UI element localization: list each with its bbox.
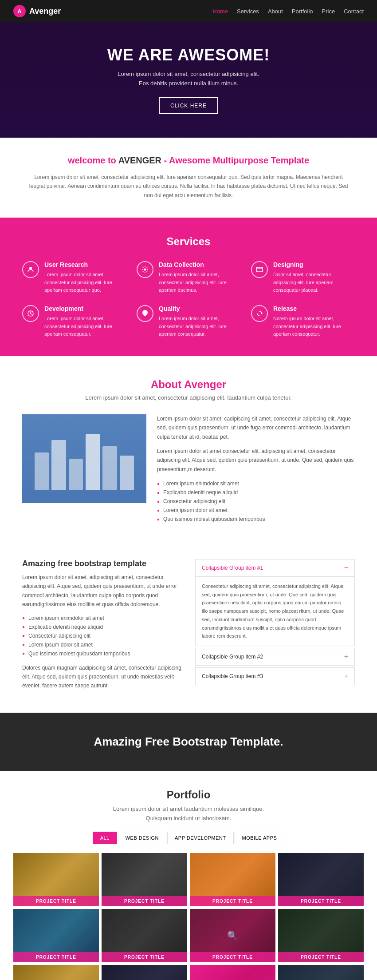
portfolio-label-4: PROJECT TITLE <box>278 896 364 906</box>
bootstrap-para2: Dolores quam magnam aadipiscing sit amet… <box>22 663 182 690</box>
portfolio-item-2[interactable]: PROJECT TITLE <box>102 853 187 906</box>
welcome-body: Lorem ipsum dolor sit amet, consectetur … <box>27 173 350 200</box>
hero-title: WE ARE AWESOME! <box>107 46 270 64</box>
portfolio-item-4[interactable]: PROJECT TITLE <box>278 853 364 906</box>
welcome-title: welcome to AVENGER - Awesome Multipurpos… <box>27 155 350 166</box>
nav-link-price[interactable]: Price <box>322 8 335 15</box>
filter-all[interactable]: ALL <box>93 832 117 844</box>
bootstrap-section: Amazing free bootstrap template Lorem ip… <box>0 555 377 713</box>
svg-point-0 <box>29 267 32 270</box>
filter-app-development[interactable]: APP DEVELOPMENT <box>167 832 234 844</box>
service-icon-2 <box>137 261 153 278</box>
service-icon-5 <box>137 305 153 322</box>
about-title: About Avenger <box>22 378 355 391</box>
chart-visual <box>35 428 134 490</box>
service-icon-3 <box>251 261 268 278</box>
portfolio-item-7[interactable]: 🔍 PROJECT TITLE <box>190 909 275 962</box>
services-section: Services User Research Lorem ipsum dolor… <box>0 218 377 356</box>
service-content-2: Data Collection Lorem ipsum dolor sit am… <box>159 261 240 294</box>
service-item-6: Release Norem ipsum dolor sit amet, cons… <box>251 305 355 338</box>
portfolio-title: Portfolio <box>13 789 364 801</box>
portfolio-label-3: PROJECT TITLE <box>190 896 275 906</box>
brand-logo: A <box>13 5 26 17</box>
service-item-2: Data Collection Lorem ipsum dolor sit am… <box>137 261 240 294</box>
portfolio-item-10[interactable]: PROJECT TITLE <box>102 965 187 980</box>
portfolio-item-9[interactable]: PROJECT TITLE <box>13 965 99 980</box>
about-content: Lorem ipsum dolor sit amet, cadipiscing … <box>22 414 355 524</box>
portfolio-label-2: PROJECT TITLE <box>102 896 187 906</box>
hero-content: WE ARE AWESOME! Lorem ipsum dolor sit am… <box>107 46 270 114</box>
portfolio-label-6: PROJECT TITLE <box>102 952 187 962</box>
accordion-header-3[interactable]: Collapsible Group item #3 + <box>196 668 354 685</box>
service-content-3: Designing Dolor sit amet, consectetur ad… <box>273 261 355 294</box>
accordion-header-2[interactable]: Collapsible Group item #2 + <box>196 648 354 665</box>
portfolio-grid: PROJECT TITLE PROJECT TITLE PROJECT TITL… <box>13 853 364 980</box>
accordion-item-2: Collapsible Group item #2 + <box>195 648 355 666</box>
brand: A Avenger <box>13 5 61 17</box>
about-list-item: Explicabo deleniti neque aliquid <box>157 488 355 497</box>
service-content-1: User Research Lorem ipsum dolor sit amet… <box>44 261 126 294</box>
about-list-item: Lorem ipsum enimdolor sit amet <box>157 479 355 488</box>
nav-link-about[interactable]: About <box>268 8 283 15</box>
accordion-header-1[interactable]: Collapsible Group item #1 − <box>196 559 354 576</box>
services-title: Services <box>22 235 355 248</box>
hero-cta-button[interactable]: CLICK HERE <box>159 97 218 114</box>
portfolio-item-11[interactable]: PROJECT TITLE <box>190 965 275 980</box>
dark-banner-text: Amazing Free Bootstrap Template. <box>22 735 355 749</box>
accordion-expand-icon-3: + <box>344 672 348 680</box>
service-icon-4 <box>22 305 39 322</box>
service-icon-1 <box>22 261 39 278</box>
services-grid: User Research Lorem ipsum dolor sit amet… <box>22 261 355 338</box>
about-section: About Avenger Lorem ipsum dolor sit amet… <box>0 356 377 555</box>
about-image <box>22 414 146 503</box>
bootstrap-list-item: Quo issimos molest quibusdam temporibus <box>22 649 182 658</box>
service-icon-6 <box>251 305 268 322</box>
service-content-4: Development Lorem ipsum dolor sit amet, … <box>44 305 126 338</box>
portfolio-item-1[interactable]: PROJECT TITLE <box>13 853 99 906</box>
portfolio-item-8[interactable]: PROJECT TITLE <box>278 909 364 962</box>
nav-link-contact[interactable]: Contact <box>344 8 364 15</box>
portfolio-label-1: PROJECT TITLE <box>13 896 99 906</box>
service-item-5: Quality Lorem ipsum dolor sit amet, cons… <box>137 305 240 338</box>
about-list: Lorem ipsum enimdolor sit amet Explicabo… <box>157 479 355 524</box>
filter-web-design[interactable]: WEB DESIGN <box>118 832 166 844</box>
portfolio-label-7: PROJECT TITLE <box>190 952 275 962</box>
svg-rect-2 <box>256 267 263 272</box>
brand-name: Avenger <box>29 7 61 16</box>
filter-mobile-apps[interactable]: MOBILE APPS <box>235 832 285 844</box>
service-item-3: Designing Dolor sit amet, consectetur ad… <box>251 261 355 294</box>
portfolio-item-5[interactable]: PROJECT TITLE <box>13 909 99 962</box>
nav-link-home[interactable]: Home <box>212 8 228 15</box>
about-list-item: Lorem ipsum dolor sit amet <box>157 506 355 515</box>
bootstrap-list-item: Consectetur adipiscing elit <box>22 631 182 640</box>
portfolio-item-12[interactable]: PROJECT TITLE <box>278 965 364 980</box>
svg-point-5 <box>261 313 263 314</box>
about-text: Lorem ipsum dolor sit amet, cadipiscing … <box>157 414 355 524</box>
bootstrap-list-item: Explicabo deleniti neque aliquid <box>22 623 182 631</box>
dark-banner: Amazing Free Bootstrap Template. <box>0 713 377 771</box>
about-list-item: Quo issimos molest quibusdam temporibus <box>157 515 355 524</box>
about-list-item: Consectetur adipiscing elit <box>157 497 355 506</box>
nav-link-portfolio[interactable]: Portfolio <box>292 8 313 15</box>
portfolio-item-3[interactable]: PROJECT TITLE <box>190 853 275 906</box>
navbar: A Avenger Home Services About Portfolio … <box>0 0 377 22</box>
portfolio-item-6[interactable]: PROJECT TITLE <box>102 909 187 962</box>
service-content-5: Quality Lorem ipsum dolor sit amet, cons… <box>159 305 240 338</box>
accordion-body-1: Consectetur adipiscing sit amet, consect… <box>196 576 354 646</box>
bootstrap-list-item: Lorem ipsum enimdolor sit amet <box>22 614 182 623</box>
service-item-4: Development Lorem ipsum dolor sit amet, … <box>22 305 126 338</box>
about-subtitle: Lorem ipsum dolor sit amet, consectetur … <box>22 394 355 401</box>
bootstrap-list: Lorem ipsum enimdolor sit amet Explicabo… <box>22 614 182 658</box>
nav-links: Home Services About Portfolio Price Cont… <box>212 8 364 15</box>
accordion-item-3: Collapsible Group item #3 + <box>195 667 355 685</box>
hero-subtitle: Lorem ipsum dolor sit amet, consectetur … <box>107 70 270 88</box>
service-content-6: Release Norem ipsum dolor sit amet, cons… <box>273 305 355 338</box>
nav-link-services[interactable]: Services <box>237 8 259 15</box>
service-item-1: User Research Lorem ipsum dolor sit amet… <box>22 261 126 294</box>
portfolio-subtitle: Lorem ipsum dolor sit amet laudantium mo… <box>13 805 364 823</box>
bootstrap-right: Collapsible Group item #1 − Consectetur … <box>195 559 355 695</box>
bootstrap-para1: Lorem ipsum dolor sit amet, adipiscing s… <box>22 573 182 609</box>
bootstrap-left: Amazing free bootstrap template Lorem ip… <box>22 559 182 695</box>
portfolio-label-8: PROJECT TITLE <box>278 952 364 962</box>
accordion-item-1: Collapsible Group item #1 − Consectetur … <box>195 559 355 646</box>
